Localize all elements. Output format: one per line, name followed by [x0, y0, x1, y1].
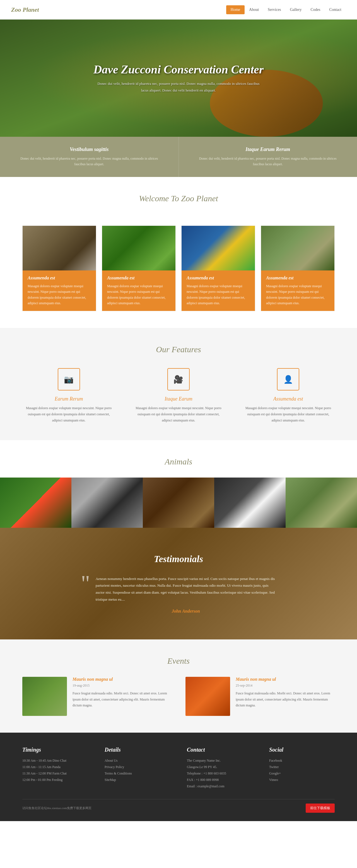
quote-author: John Anderson: [96, 609, 276, 614]
footer-detail-1[interactable]: About Us: [105, 758, 170, 763]
feature-text-3: Masagni dolores eoqiue voluptate msequi …: [242, 405, 335, 424]
footer-contact: Contact The Company Name Inc. Glasgow.Le…: [187, 747, 252, 791]
nav-link-codes[interactable]: Codes: [306, 5, 325, 14]
nav-item-about[interactable]: About: [245, 5, 263, 14]
feature-title-1: Earum Rerum: [22, 396, 115, 402]
feature-item-1: 📷 Earum Rerum Masagni dolores eoqiue vol…: [22, 368, 115, 424]
animals-strip-deer: [286, 477, 357, 528]
feature-text-2: Masagni dolores eoqiue voluptate msequi …: [132, 405, 225, 424]
quote-text: Aenean nonummy hendrerit mau phasellus p…: [96, 576, 276, 603]
feature-item-3: 👤 Assumenda est Masagni dolores eoqiue v…: [242, 368, 335, 424]
events-section: Events Mauris non magna ul 19-aug-2015 F…: [0, 640, 357, 733]
hero-info-title-1: Vestibulum sagittis: [17, 147, 162, 152]
nav-link-contact[interactable]: Contact: [325, 5, 346, 14]
event-item-2: Mauris non magna ul 25-sep-2014 Fusce fe…: [186, 677, 335, 716]
feature-title-2: Itaque Earum: [132, 396, 225, 402]
animal-cards-container: Assumenda est Masagni dolores eoqiue vol…: [0, 225, 357, 328]
footer-detail-4[interactable]: SiteMap: [105, 778, 170, 782]
nav-link-gallery[interactable]: Gallery: [285, 5, 306, 14]
nav-item-contact[interactable]: Contact: [325, 5, 346, 14]
animals-strip-penguin: [214, 477, 286, 528]
hero-title: Dave Zucconi Conservation Center: [93, 63, 264, 76]
animal-card-img-tapir: [261, 226, 334, 271]
quote-mark-icon: ": [81, 576, 90, 591]
footer-contact-address: Glasgow.Le 99 PY 45.: [187, 765, 252, 769]
event-item-1: Mauris non magna ul 19-aug-2015 Fusce fe…: [22, 677, 171, 716]
footer-grid: Timings 10:30 Am - 10:45 Am Dino Chat 11…: [22, 747, 335, 791]
event-img-lady: [22, 677, 67, 716]
brand: Zoo Planet: [11, 6, 39, 13]
animal-card-title-2: Assumenda est: [107, 276, 170, 280]
footer-timing-2: 11:00 Am - 11:15 Am Panda: [22, 765, 88, 769]
footer-social-twitter[interactable]: Twitter: [269, 765, 335, 769]
hero-info-boxes: Vestibulum sagittis Donec dui velit, hen…: [0, 137, 357, 177]
animal-card-text-2: Masagni dolores eoqiue voluptate msequi …: [107, 283, 170, 306]
footer-social-title: Social: [269, 747, 335, 753]
footer-contact-email: Email : example@mail.com: [187, 784, 252, 788]
feature-text-1: Masagni dolores eoqiue voluptate msequi …: [22, 405, 115, 424]
animal-card-img-iguana: [102, 226, 175, 271]
animals-strip: [0, 477, 357, 528]
hero-info-box-1: Vestibulum sagittis Donec dui velit, hen…: [0, 137, 179, 177]
animal-card-img-parrot: [182, 226, 255, 271]
footer-social-vimeo[interactable]: Vimeo: [269, 778, 335, 782]
animals-section: Animals: [0, 440, 357, 528]
features-title: Our Features: [22, 345, 335, 354]
hero-info-box-2: Itaque Earum Rerum Donec dui velit, hend…: [179, 137, 357, 177]
animal-card-text-1: Masagni dolores eoqiue voluptate msequi …: [28, 283, 91, 306]
nav-item-codes[interactable]: Codes: [306, 5, 325, 14]
camera-icon: 📷: [64, 375, 74, 384]
animal-card-title-3: Assumenda est: [187, 276, 250, 280]
nav-link-services[interactable]: Services: [263, 5, 285, 14]
events-title: Events: [22, 656, 335, 665]
features-section: Our Features 📷 Earum Rerum Masagni dolor…: [0, 328, 357, 440]
event-content-2: Mauris non magna ul 25-sep-2014 Fusce fe…: [236, 677, 335, 716]
footer-timings-list: 10:30 Am - 10:45 Am Dino Chat 11:00 Am -…: [22, 758, 88, 782]
footer-contact-phone: Telephone : +1 800 603 6035: [187, 771, 252, 776]
footer-contact-fax: FAX : +1 800 889 8998: [187, 778, 252, 782]
download-template-button[interactable]: 前往下载模板: [306, 804, 335, 813]
footer-details: Details About Us Privacy Policy Terms & …: [105, 747, 170, 791]
nav-link-about[interactable]: About: [245, 5, 263, 14]
footer-social-googleplus[interactable]: Google+: [269, 771, 335, 776]
features-grid: 📷 Earum Rerum Masagni dolores eoqiue vol…: [22, 368, 335, 424]
testimonials-title: Testimonials: [154, 554, 203, 564]
hero-text1: Donec dui velit, hendrerit id pharetra n…: [95, 81, 262, 93]
nav-menu: Home About Services Gallery Codes Contac…: [226, 5, 346, 14]
animal-card-img-monkey: [23, 226, 96, 271]
event-title-2: Mauris non magna ul: [236, 677, 335, 682]
footer: Timings 10:30 Am - 10:45 Am Dino Chat 11…: [0, 733, 357, 821]
feature-title-3: Assumenda est: [242, 396, 335, 402]
nav-link-home[interactable]: Home: [226, 5, 245, 14]
event-title-1: Mauris non magna ul: [72, 677, 171, 682]
footer-contact-list: The Company Name Inc. Glasgow.Le 99 PY 4…: [187, 758, 252, 788]
camera-icon-box: 📷: [58, 368, 80, 391]
testimonials-section: Testimonials " Aenean nonummy hendrerit …: [0, 528, 357, 640]
feature-item-2: 🎥 Itaque Earum Masagni dolores eoqiue vo…: [132, 368, 225, 424]
welcome-title: Welcome To Zoo Planet: [22, 194, 335, 203]
footer-contact-company: The Company Name Inc.: [187, 758, 252, 763]
video-icon: 🎥: [173, 375, 183, 384]
footer-detail-2[interactable]: Privacy Policy: [105, 765, 170, 769]
animals-title: Animals: [0, 457, 357, 466]
nav-item-home[interactable]: Home: [226, 5, 245, 14]
event-date-1: 19-aug-2015: [72, 683, 171, 688]
event-date-2: 25-sep-2014: [236, 683, 335, 688]
footer-timing-1: 10:30 Am - 10:45 Am Dino Chat: [22, 758, 88, 763]
animal-card-text-4: Masagni dolores eoqiue voluptate msequi …: [266, 283, 329, 306]
footer-detail-3[interactable]: Terms & Conditions: [105, 771, 170, 776]
video-icon-box: 🎥: [167, 368, 190, 391]
animal-card-3: Assumenda est Masagni dolores eoqiue vol…: [181, 225, 255, 311]
hero-info-text-2: Donec dui velit, hendrerit id pharetra n…: [196, 156, 340, 167]
footer-social-facebook[interactable]: Facebook: [269, 758, 335, 763]
animal-card-4: Assumenda est Masagni dolores eoqiue vol…: [261, 225, 335, 311]
nav-item-services[interactable]: Services: [263, 5, 285, 14]
person-icon-box: 👤: [277, 368, 299, 391]
footer-timing-3: 11:30 Am - 12:00 PM Farm Chat: [22, 771, 88, 776]
animals-strip-frog: [0, 477, 71, 528]
nav-item-gallery[interactable]: Gallery: [285, 5, 306, 14]
animal-card-1: Assumenda est Masagni dolores eoqiue vol…: [22, 225, 96, 311]
animal-card-body-2: Assumenda est Masagni dolores eoqiue vol…: [102, 271, 175, 311]
footer-social-list: Facebook Twitter Google+ Vimeo: [269, 758, 335, 782]
animal-card-body-3: Assumenda est Masagni dolores eoqiue vol…: [182, 271, 255, 311]
